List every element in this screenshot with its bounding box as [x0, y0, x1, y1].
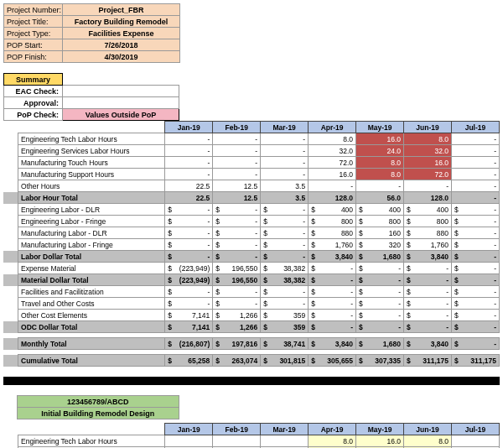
- data-cell[interactable]: 8.0: [309, 133, 356, 145]
- data-cell[interactable]: $359: [261, 321, 309, 333]
- data-cell[interactable]: -: [165, 157, 213, 169]
- data-cell[interactable]: $1,680: [356, 251, 404, 263]
- data-cell[interactable]: $-: [451, 321, 499, 333]
- data-cell[interactable]: $-: [213, 204, 261, 216]
- data-cell[interactable]: -: [261, 157, 309, 169]
- data-cell[interactable]: $-: [451, 274, 499, 286]
- data-cell[interactable]: $-: [213, 239, 261, 251]
- data-cell[interactable]: $-: [451, 239, 499, 251]
- data-cell[interactable]: $-: [356, 286, 404, 298]
- data-cell[interactable]: $-: [261, 251, 309, 263]
- data-cell[interactable]: $-: [451, 227, 499, 239]
- data-cell[interactable]: $800: [404, 216, 452, 227]
- data-cell[interactable]: 72.0: [404, 169, 452, 180]
- data-cell[interactable]: $-: [451, 338, 499, 350]
- data-cell[interactable]: -: [451, 192, 499, 204]
- data-cell[interactable]: $-: [261, 216, 309, 227]
- data-cell[interactable]: $880: [404, 227, 452, 239]
- data-cell[interactable]: $307,335: [356, 355, 404, 367]
- data-cell[interactable]: -: [165, 145, 213, 157]
- data-cell[interactable]: $-: [404, 298, 452, 310]
- data-cell[interactable]: $-: [165, 251, 213, 263]
- data-cell[interactable]: $7,141: [165, 321, 213, 333]
- data-cell[interactable]: $-: [356, 310, 404, 321]
- data-cell[interactable]: -: [165, 169, 213, 180]
- data-cell[interactable]: -: [309, 180, 356, 192]
- data-cell[interactable]: $263,074: [213, 355, 261, 367]
- data-cell[interactable]: $320: [356, 239, 404, 251]
- data-cell[interactable]: $-: [356, 321, 404, 333]
- data-cell[interactable]: $-: [213, 251, 261, 263]
- data-cell[interactable]: $-: [165, 286, 213, 298]
- data-cell[interactable]: $160: [356, 227, 404, 239]
- data-cell[interactable]: 8.0: [309, 435, 356, 447]
- data-cell[interactable]: $7,141: [165, 310, 213, 321]
- data-cell[interactable]: 128.0: [309, 192, 356, 204]
- data-cell[interactable]: $800: [309, 216, 356, 227]
- data-cell[interactable]: $-: [261, 227, 309, 239]
- data-cell[interactable]: 8.0: [356, 157, 404, 169]
- data-cell[interactable]: 16.0: [356, 133, 404, 145]
- data-cell[interactable]: -: [261, 133, 309, 145]
- data-cell[interactable]: -: [213, 133, 261, 145]
- data-cell[interactable]: $400: [309, 204, 356, 216]
- data-cell[interactable]: $-: [451, 286, 499, 298]
- data-cell[interactable]: -: [165, 133, 213, 145]
- data-cell[interactable]: $(216,807): [165, 338, 213, 350]
- data-cell[interactable]: 16.0: [309, 169, 356, 180]
- data-cell[interactable]: $3,840: [404, 251, 452, 263]
- data-cell[interactable]: $-: [404, 286, 452, 298]
- data-cell[interactable]: $-: [404, 310, 452, 321]
- data-cell[interactable]: -: [404, 180, 452, 192]
- data-cell[interactable]: -: [451, 157, 499, 169]
- data-cell[interactable]: $-: [165, 298, 213, 310]
- data-cell[interactable]: 12.5: [213, 192, 261, 204]
- data-cell[interactable]: $-: [451, 298, 499, 310]
- data-cell[interactable]: [165, 435, 213, 447]
- data-cell[interactable]: $-: [213, 286, 261, 298]
- data-cell[interactable]: [213, 435, 261, 447]
- data-cell[interactable]: $-: [404, 274, 452, 286]
- data-cell[interactable]: 12.5: [213, 180, 261, 192]
- data-cell[interactable]: $-: [261, 286, 309, 298]
- data-cell[interactable]: $-: [309, 263, 356, 274]
- data-cell[interactable]: $38,741: [261, 338, 309, 350]
- data-cell[interactable]: $3,840: [309, 251, 356, 263]
- data-cell[interactable]: $-: [261, 298, 309, 310]
- data-cell[interactable]: $-: [165, 239, 213, 251]
- data-cell[interactable]: [261, 435, 309, 447]
- data-cell[interactable]: $-: [356, 298, 404, 310]
- data-cell[interactable]: $-: [261, 204, 309, 216]
- data-cell[interactable]: $-: [309, 298, 356, 310]
- data-cell[interactable]: -: [451, 133, 499, 145]
- data-cell[interactable]: $400: [356, 204, 404, 216]
- data-cell[interactable]: $301,815: [261, 355, 309, 367]
- data-cell[interactable]: 3.5: [261, 180, 309, 192]
- data-cell[interactable]: $65,258: [165, 355, 213, 367]
- data-cell[interactable]: -: [356, 180, 404, 192]
- data-cell[interactable]: $-: [165, 227, 213, 239]
- data-cell[interactable]: -: [451, 145, 499, 157]
- data-cell[interactable]: $-: [165, 216, 213, 227]
- data-cell[interactable]: $-: [213, 298, 261, 310]
- data-cell[interactable]: $1,266: [213, 310, 261, 321]
- data-cell[interactable]: 32.0: [309, 145, 356, 157]
- data-cell[interactable]: $311,175: [451, 355, 499, 367]
- data-cell[interactable]: -: [261, 169, 309, 180]
- data-cell[interactable]: $359: [261, 310, 309, 321]
- data-cell[interactable]: 22.5: [165, 192, 213, 204]
- data-cell[interactable]: $400: [404, 204, 452, 216]
- data-cell[interactable]: $1,760: [309, 239, 356, 251]
- data-cell[interactable]: 32.0: [404, 145, 452, 157]
- data-cell[interactable]: 8.0: [404, 133, 452, 145]
- data-cell[interactable]: [451, 435, 499, 447]
- data-cell[interactable]: -: [261, 145, 309, 157]
- data-cell[interactable]: $3,840: [309, 338, 356, 350]
- data-cell[interactable]: -: [451, 180, 499, 192]
- data-cell[interactable]: -: [451, 169, 499, 180]
- data-cell[interactable]: $-: [309, 310, 356, 321]
- data-cell[interactable]: 128.0: [404, 192, 452, 204]
- data-cell[interactable]: $197,816: [213, 338, 261, 350]
- data-cell[interactable]: $-: [309, 286, 356, 298]
- data-cell[interactable]: -: [213, 169, 261, 180]
